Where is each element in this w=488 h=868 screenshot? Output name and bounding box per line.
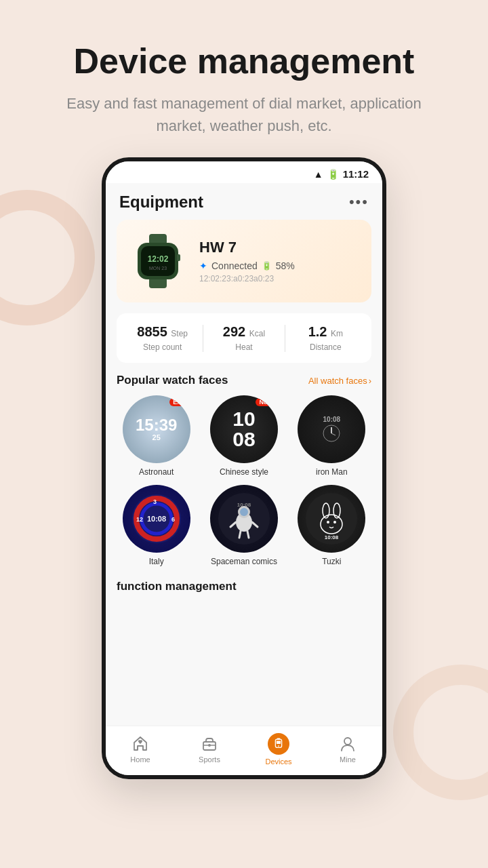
distance-label: Distance: [285, 342, 366, 352]
nav-sports[interactable]: Sports: [189, 735, 230, 764]
steps-unit: Step: [171, 329, 188, 338]
steps-label: Step count: [122, 342, 203, 352]
nav-home-label: Home: [130, 755, 150, 764]
stat-heat: 292 Kcal Heat: [203, 324, 284, 352]
function-management-title: function management: [117, 580, 237, 593]
svg-text:MON 23: MON 23: [149, 266, 167, 271]
watch-face-ironman[interactable]: 10:08 iron Man: [292, 395, 371, 477]
page-header: Device management Easy and fast manageme…: [0, 0, 488, 157]
svg-text:6: 6: [171, 516, 175, 523]
svg-text:12: 12: [136, 516, 143, 523]
battery-status-icon: 🔋: [327, 169, 339, 180]
heat-unit: Kcal: [249, 329, 265, 338]
app-header-title: Equipment: [119, 193, 203, 212]
more-options-button[interactable]: •••: [349, 193, 369, 211]
svg-text:12:02: 12:02: [148, 254, 169, 264]
italy-label: Italy: [149, 557, 164, 566]
battery-level: 58%: [276, 260, 295, 271]
svg-rect-6: [177, 254, 180, 261]
spaceman-label: Spaceman comics: [211, 557, 277, 566]
ironman-label: iron Man: [316, 467, 348, 477]
svg-text:10:08: 10:08: [147, 515, 166, 523]
nav-mine[interactable]: Mine: [327, 735, 368, 764]
nav-sports-label: Sports: [199, 755, 220, 764]
app-content: Equipment ••• 12:02 MON 23: [106, 183, 382, 726]
chinese-badge: New: [256, 398, 275, 406]
distance-unit: Km: [331, 329, 343, 338]
page-title: Device management: [41, 41, 447, 81]
svg-point-37: [278, 745, 279, 747]
chinese-label: Chinese style: [220, 467, 268, 477]
watch-face-tuzki[interactable]: 10:08 Tuzki: [292, 485, 371, 566]
svg-text:10:08: 10:08: [325, 534, 339, 540]
svg-text:3: 3: [153, 498, 157, 505]
svg-point-31: [333, 521, 336, 524]
phone-mockup: ▲ 🔋 11:12 Equipment •••: [102, 157, 386, 779]
steps-value: 8855: [137, 324, 167, 339]
watch-faces-header: Popular watch faces All watch faces ›: [117, 374, 371, 387]
bg-decoration-2: [393, 665, 488, 800]
heat-label: Heat: [203, 342, 284, 352]
status-bar: ▲ 🔋 11:12: [106, 161, 382, 183]
signal-icon: ▲: [314, 169, 323, 180]
watch-face-italy[interactable]: 10:08 12 6 3 Italy: [117, 485, 196, 566]
svg-point-30: [327, 521, 329, 524]
bluetooth-icon: ✦: [199, 260, 207, 271]
stat-distance: 1.2 Km Distance: [285, 324, 366, 352]
watch-faces-grid: 15:39 25 Exp Astronaut 10 08 New Chinese…: [117, 395, 371, 566]
all-watch-faces-link[interactable]: All watch faces ›: [308, 376, 371, 386]
stat-steps: 8855 Step Step count: [122, 324, 203, 352]
nav-devices[interactable]: Devices: [258, 733, 299, 766]
device-name: HW 7: [199, 239, 361, 256]
svg-line-24: [239, 531, 241, 538]
nav-home[interactable]: Home: [120, 735, 161, 764]
nav-mine-label: Mine: [340, 755, 356, 764]
svg-line-9: [331, 433, 336, 435]
bg-decoration-1: [0, 190, 95, 326]
status-time: 11:12: [343, 168, 369, 180]
svg-rect-36: [277, 741, 281, 744]
bottom-nav: Home Sports Devices: [106, 726, 382, 775]
connection-status: Connected: [211, 260, 258, 271]
device-status: ✦ Connected 🔋 58%: [199, 260, 361, 271]
svg-line-25: [247, 531, 249, 538]
page-subtitle: Easy and fast management of dial market,…: [41, 92, 447, 137]
heat-value: 292: [223, 324, 245, 339]
stats-row: 8855 Step Step count 292 Kcal Heat 1.2 K…: [117, 313, 371, 363]
device-image: 12:02 MON 23: [127, 231, 188, 292]
watch-face-chinese[interactable]: 10 08 New Chinese style: [204, 395, 283, 477]
nav-devices-label: Devices: [265, 757, 291, 766]
distance-value: 1.2: [308, 324, 327, 339]
watch-faces-title: Popular watch faces: [117, 374, 228, 387]
device-id: 12:02:23:a0:23a0:23: [199, 274, 361, 283]
watch-face-spaceman[interactable]: 10:08 Spaceman comics: [204, 485, 283, 566]
tuzki-label: Tuzki: [322, 557, 341, 566]
astronaut-label: Astronaut: [139, 467, 174, 477]
app-header: Equipment •••: [117, 183, 371, 220]
watch-face-astronaut[interactable]: 15:39 25 Exp Astronaut: [117, 395, 196, 477]
astronaut-badge: Exp: [169, 398, 188, 406]
device-info: HW 7 ✦ Connected 🔋 58% 12:02:23:a0:23a0:…: [199, 239, 361, 283]
battery-icon: 🔋: [262, 261, 272, 271]
svg-point-21: [240, 508, 248, 516]
device-card: 12:02 MON 23 HW 7 ✦ Connected 🔋 58% 12:0…: [117, 220, 371, 302]
function-management-section: function management: [117, 580, 371, 593]
svg-point-39: [344, 738, 351, 745]
svg-point-34: [208, 744, 211, 747]
svg-rect-38: [277, 738, 281, 740]
